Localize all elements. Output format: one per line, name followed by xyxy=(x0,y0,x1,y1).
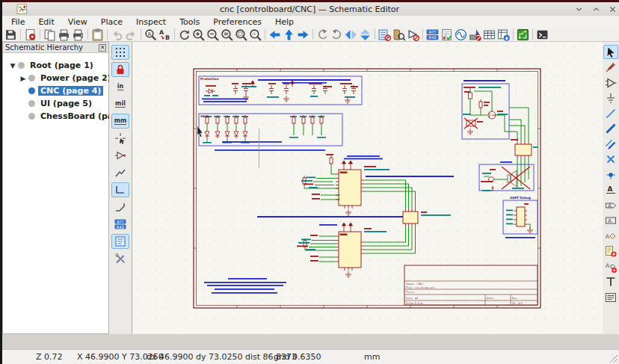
annotate-auto-button[interactable]: R??R42 xyxy=(111,217,129,232)
nav-forward-button[interactable] xyxy=(296,28,310,42)
print-icon xyxy=(58,28,70,41)
edit-symbol-fields-button[interactable] xyxy=(378,28,392,42)
undo-button[interactable] xyxy=(110,28,124,42)
menu-file[interactable]: File xyxy=(4,16,31,28)
hierarchical-sheet-button[interactable]: A xyxy=(603,229,618,243)
save-button[interactable] xyxy=(4,28,18,42)
pcb-editor-icon xyxy=(517,28,529,41)
menu-view[interactable]: View xyxy=(61,16,94,28)
menu-tools[interactable]: Tools xyxy=(173,16,206,28)
highlight-net-icon xyxy=(605,61,617,73)
unit-mm-button[interactable]: mm xyxy=(111,114,129,129)
wire-to-bus-entry-button[interactable] xyxy=(603,137,618,151)
sidebar-item-chessboard[interactable]: ChessBoard (page 6) xyxy=(3,110,108,123)
menu-edit[interactable]: Edit xyxy=(31,16,61,28)
schematic-canvas[interactable]: Protection xyxy=(132,42,603,334)
svg-text:A: A xyxy=(159,28,164,35)
ground-symbol-icon xyxy=(605,92,617,104)
sidebar-item-ui[interactable]: UI (page 5) xyxy=(3,97,108,110)
place-textbox-button[interactable] xyxy=(603,290,618,304)
grid-toggle-button[interactable] xyxy=(111,45,129,60)
menu-inspect[interactable]: Inspect xyxy=(129,16,173,28)
menu-preferences[interactable]: Preferences xyxy=(206,16,268,28)
place-bus-button[interactable] xyxy=(603,122,618,136)
open-pcb-editor-button[interactable] xyxy=(516,28,530,42)
45deg-wires-button[interactable] xyxy=(111,200,129,215)
find-replace-button[interactable]: AB xyxy=(158,28,172,42)
zoom-in-button[interactable] xyxy=(191,28,206,42)
net-label-button[interactable]: A xyxy=(603,183,618,197)
edit-symbols-button[interactable] xyxy=(406,28,420,42)
scripting-console-button[interactable] xyxy=(535,28,549,42)
text-icon xyxy=(605,276,617,288)
zoom-selection-button[interactable] xyxy=(248,28,262,42)
rotate-cw-button[interactable] xyxy=(330,28,344,42)
place-wire-button[interactable] xyxy=(603,106,618,120)
simulator-button[interactable] xyxy=(454,28,468,42)
zoom-fit-objects-button[interactable] xyxy=(234,28,248,42)
hv-wires-button[interactable] xyxy=(111,182,129,197)
mirror-vertical-button[interactable] xyxy=(358,28,372,42)
copy-button[interactable] xyxy=(43,28,57,42)
assign-footprints-button[interactable] xyxy=(468,28,482,42)
symbol-fields-table-button[interactable] xyxy=(482,28,496,42)
erc-button[interactable] xyxy=(440,28,454,42)
zoom-fit-objects-icon xyxy=(235,28,247,41)
paste-button[interactable] xyxy=(90,28,105,42)
junction-button[interactable] xyxy=(603,167,618,182)
free-angle-wires-button[interactable] xyxy=(111,165,129,180)
no-connect-button[interactable] xyxy=(603,152,618,167)
unit-inches-button[interactable]: in xyxy=(111,79,129,94)
grid-lock-button[interactable] xyxy=(111,62,129,77)
hierarchy-close-icon[interactable]: ✕ xyxy=(99,44,106,52)
screen-left-edge xyxy=(0,0,2,364)
sidebar-item-cnc[interactable]: CNC (page 4) xyxy=(3,84,108,97)
cursor-shape-button[interactable] xyxy=(111,131,129,146)
zoom-out-button[interactable] xyxy=(206,28,220,42)
expander-down-icon[interactable]: ▼ xyxy=(9,62,16,70)
minimize-button[interactable] xyxy=(573,4,585,15)
redo-icon xyxy=(125,28,138,41)
hidden-pins-button[interactable] xyxy=(111,148,129,163)
redo-button[interactable] xyxy=(124,28,138,42)
plot-button[interactable] xyxy=(71,28,85,42)
import-sheet-pin-button[interactable] xyxy=(603,244,618,259)
nav-up-button[interactable] xyxy=(282,28,296,42)
maximize-button[interactable] xyxy=(590,4,603,15)
resize-grip[interactable] xyxy=(608,353,618,363)
refresh-button[interactable] xyxy=(177,28,191,42)
expander-right-icon[interactable]: ▶ xyxy=(19,75,27,82)
nav-back-button[interactable] xyxy=(268,28,282,42)
select-tool-button[interactable] xyxy=(603,45,618,59)
titlebar[interactable]: cnc [controlboard/CNC] — Schematic Edito… xyxy=(0,2,619,16)
place-power-button[interactable] xyxy=(603,91,618,105)
global-label-icon: A xyxy=(605,200,617,212)
hv-wire-icon xyxy=(114,184,126,196)
hierarchy-navigator-button[interactable] xyxy=(111,234,129,249)
find-icon: A xyxy=(144,28,157,41)
place-symbol-button[interactable] xyxy=(603,75,618,90)
library-browser-button[interactable] xyxy=(392,28,406,42)
highlight-net-button[interactable] xyxy=(603,61,618,75)
sidebar-item-root[interactable]: ▼ Root (page 1) xyxy=(3,59,108,72)
global-label-button[interactable]: A xyxy=(603,198,618,212)
menu-place[interactable]: Place xyxy=(94,16,129,28)
place-text-button[interactable] xyxy=(603,275,618,289)
properties-tools-button[interactable] xyxy=(111,251,129,266)
sidebar-item-power[interactable]: ▶ Power (page 2) xyxy=(3,72,108,84)
hierarchical-label-button[interactable]: A xyxy=(603,214,618,228)
print-button[interactable] xyxy=(57,28,71,42)
menu-help[interactable]: Help xyxy=(268,16,301,28)
rotate-ccw-button[interactable] xyxy=(315,28,330,42)
unit-mils-button[interactable]: mil xyxy=(111,96,129,111)
place-sheet-pin-button[interactable]: A xyxy=(603,259,618,274)
close-button[interactable] xyxy=(606,4,619,15)
bom-export-button[interactable] xyxy=(496,28,511,42)
schematic-setup-button[interactable] xyxy=(23,28,37,42)
find-button[interactable]: A xyxy=(144,28,158,42)
zoom-fit-button[interactable] xyxy=(220,28,234,42)
svg-text:Title:: Title: xyxy=(406,291,415,294)
mirror-horizontal-button[interactable] xyxy=(344,28,358,42)
annotate-button[interactable]: R??R42 xyxy=(425,28,440,42)
svg-text:Sheet: /CNC/: Sheet: /CNC/ xyxy=(406,283,424,286)
